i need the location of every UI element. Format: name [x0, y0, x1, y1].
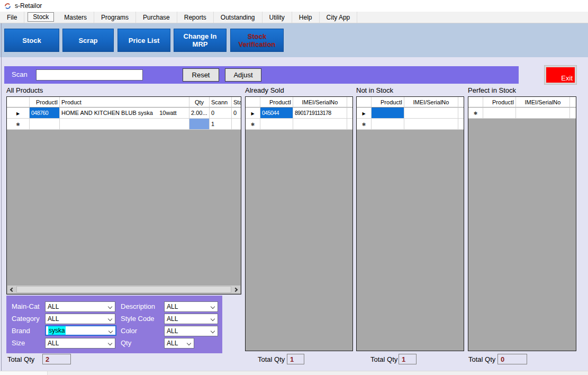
already-sold-row-new	[246, 119, 352, 130]
column-header-qty[interactable]: Qty	[189, 97, 210, 108]
scan-label: Scan	[12, 70, 28, 78]
menu-item-masters[interactable]: Masters	[57, 12, 94, 23]
column-header-product[interactable]: Product	[60, 97, 189, 108]
current-row-arrow-icon	[16, 110, 20, 116]
bottom-strip	[0, 371, 588, 375]
column-header-status[interactable]: Sta	[232, 97, 241, 108]
scroll-left-arrow-icon[interactable]	[7, 285, 16, 293]
scan-bar: Scan Reset Adjust	[4, 66, 519, 84]
cell-product-id[interactable]	[260, 119, 293, 130]
cell-product[interactable]: HOME AND KITCHEN BLUB syska 10watt	[60, 108, 189, 119]
change-in-mrp-button[interactable]: Change In MRP	[174, 29, 227, 52]
perfect-in-stock-title: Perfect in Stock	[468, 86, 516, 94]
chevron-down-icon	[211, 329, 215, 333]
menu-item-outstanding[interactable]: Outstanding	[214, 12, 263, 23]
cell-imei[interactable]	[404, 119, 458, 130]
brand-dropdown[interactable]: syska	[45, 325, 116, 336]
column-header-product-id[interactable]: ProductI	[30, 97, 60, 108]
cell-imei[interactable]	[404, 108, 458, 119]
main-cat-dropdown[interactable]: ALL	[45, 301, 115, 312]
column-header-product-id[interactable]: ProductI	[260, 97, 293, 108]
style-code-dropdown[interactable]: ALL	[164, 314, 218, 324]
row-marker	[7, 108, 30, 119]
cell-status[interactable]	[232, 119, 241, 130]
not-in-stock-header-row: ProductI IMEI/SerialNo	[357, 97, 464, 108]
already-sold-title: Already Sold	[245, 86, 284, 94]
row-marker	[7, 119, 30, 130]
scan-input[interactable]	[36, 69, 143, 81]
main-cat-label: Main-Cat	[12, 302, 40, 310]
size-label: Size	[12, 339, 25, 347]
perfect-in-stock-total-label: Total Qty	[468, 355, 495, 363]
menu-item-purchase[interactable]: Purchase	[136, 12, 177, 23]
qty-dropdown[interactable]: ALL	[164, 338, 194, 349]
perfect-in-stock-total-value: 0	[497, 354, 527, 364]
column-header-scanned[interactable]: Scann	[210, 97, 232, 108]
scrollbar-thumb[interactable]	[16, 286, 231, 293]
perfect-in-stock-row-new	[468, 108, 576, 119]
not-in-stock-row-new	[357, 119, 464, 130]
color-dropdown[interactable]: ALL	[164, 326, 218, 336]
cell-product-id[interactable]	[372, 119, 404, 130]
cell-filler	[347, 119, 352, 130]
menu-item-reports[interactable]: Reports	[177, 12, 214, 23]
horizontal-scrollbar[interactable]	[7, 285, 240, 293]
scroll-right-arrow-icon[interactable]	[232, 285, 240, 293]
window-title: s-Retailor	[15, 2, 42, 10]
cell-product-id[interactable]: 045044	[260, 108, 293, 119]
not-in-stock-grid: ProductI IMEI/SerialNo	[356, 96, 464, 351]
header-row-selector	[7, 97, 30, 108]
cell-imei[interactable]	[516, 108, 570, 119]
description-label: Description	[121, 302, 155, 310]
menu-bar: File Stock Masters Programs Purchase Rep…	[0, 12, 588, 23]
column-header-imei[interactable]: IMEI/SerialNo	[293, 97, 347, 108]
cell-imei[interactable]	[293, 119, 347, 130]
new-row-icon	[362, 121, 366, 127]
menu-item-city-app[interactable]: City App	[320, 12, 358, 23]
column-header-imei[interactable]: IMEI/SerialNo	[516, 97, 570, 108]
cell-qty[interactable]: 2.00...	[189, 108, 210, 119]
chevron-down-icon	[108, 317, 112, 321]
cell-scanned[interactable]: 1	[210, 119, 232, 130]
cell-product-id[interactable]	[372, 108, 404, 119]
chevron-down-icon	[187, 341, 191, 345]
current-row-arrow-icon	[251, 110, 254, 116]
color-label: Color	[121, 327, 137, 335]
cell-qty-active[interactable]	[189, 119, 210, 130]
menu-item-help[interactable]: Help	[292, 12, 320, 23]
reset-button[interactable]: Reset	[183, 68, 219, 82]
cell-filler	[458, 119, 464, 130]
cell-product[interactable]	[60, 119, 189, 130]
column-header-product-id[interactable]: ProductI	[483, 97, 516, 108]
scrap-button[interactable]: Scrap	[62, 29, 114, 52]
header-row-selector	[357, 97, 372, 108]
cell-product-id[interactable]: 048760	[30, 108, 60, 119]
stock-button[interactable]: Stock	[4, 29, 59, 52]
cell-status[interactable]: 0	[232, 108, 241, 119]
toolbar: Stock Scrap Price List Change In MRP Sto…	[0, 23, 588, 57]
category-dropdown[interactable]: ALL	[45, 314, 115, 324]
exit-button[interactable]: Exit	[545, 66, 576, 84]
cell-product-id[interactable]	[30, 119, 60, 130]
adjust-button[interactable]: Adjust	[225, 68, 261, 82]
chevron-down-icon	[211, 317, 215, 321]
description-dropdown[interactable]: ALL	[164, 301, 218, 312]
menu-item-programs[interactable]: Programs	[94, 12, 136, 23]
row-marker	[246, 108, 260, 119]
stock-verification-button[interactable]: Stock Verification	[230, 29, 284, 52]
price-list-button[interactable]: Price List	[117, 29, 170, 52]
title-bar: s-Retailor	[0, 0, 588, 12]
chevron-down-icon	[108, 341, 112, 345]
size-dropdown[interactable]: ALL	[45, 338, 115, 349]
cell-product-id[interactable]	[483, 108, 516, 119]
main-cat-value: ALL	[48, 303, 59, 310]
menu-item-stock[interactable]: Stock	[28, 12, 54, 22]
column-header-product-id[interactable]: ProductI	[372, 97, 404, 108]
cell-imei[interactable]: 8901719113178	[293, 108, 347, 119]
column-header-imei[interactable]: IMEI/SerialNo	[404, 97, 458, 108]
menu-item-file[interactable]: File	[0, 12, 24, 23]
cell-scanned[interactable]: 0	[210, 108, 232, 119]
header-filler	[458, 97, 464, 108]
menu-item-utility[interactable]: Utility	[263, 12, 292, 23]
cell-filler	[347, 108, 352, 119]
